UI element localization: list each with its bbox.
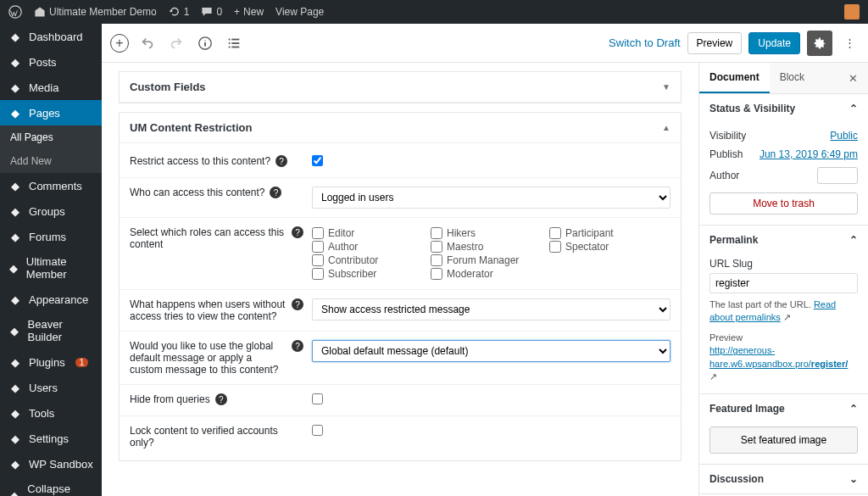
info-button[interactable]	[195, 33, 215, 53]
plugin-icon: ◆	[8, 355, 22, 369]
external-link-icon: ↗	[783, 312, 791, 322]
sidebar-item-media[interactable]: ◆Media	[0, 75, 102, 100]
lock-verified-checkbox[interactable]	[312, 425, 323, 436]
sidebar-item-wp-sandbox[interactable]: ◆WP Sandbox	[0, 451, 102, 476]
admin-sidebar: ◆Dashboard◆Posts◆Media◆PagesAll PagesAdd…	[0, 24, 102, 496]
help-icon[interactable]: ?	[275, 155, 287, 167]
role-checkbox-spectator[interactable]: Spectator	[549, 240, 651, 254]
featured-image-toggle[interactable]: Featured Image⌃	[699, 394, 868, 423]
restrict-access-checkbox[interactable]	[312, 155, 323, 166]
sidebar-sub-add-new[interactable]: Add New	[0, 149, 102, 173]
forums-icon: ◆	[8, 230, 22, 243]
sandbox-icon: ◆	[8, 457, 22, 471]
custom-fields-toggle[interactable]: Custom Fields▼	[120, 72, 681, 103]
chevron-down-icon: ▼	[662, 82, 670, 92]
custom-fields-panel: Custom Fields▼	[119, 71, 682, 103]
help-icon[interactable]: ?	[270, 187, 281, 198]
collapse-icon: ◆	[8, 488, 20, 496]
role-checkbox-contributor[interactable]: Contributor	[312, 254, 414, 267]
sidebar-item-beaver-builder[interactable]: ◆Beaver Builder	[0, 312, 102, 349]
role-checkbox-maestro[interactable]: Maestro	[431, 240, 532, 254]
editor-toolbar: + Switch to Draft Preview Update ⋮	[102, 24, 868, 63]
hide-from-queries-checkbox[interactable]	[312, 393, 323, 404]
role-checkbox-moderator[interactable]: Moderator	[431, 267, 532, 281]
discussion-toggle[interactable]: Discussion⌄	[699, 465, 868, 493]
role-checkbox-hikers[interactable]: Hikers	[431, 226, 532, 240]
sidebar-item-comments[interactable]: ◆Comments	[0, 173, 102, 198]
chevron-down-icon: ⌄	[849, 473, 858, 485]
permalink-preview-link[interactable]: http://generous-hare.w6.wpsandbox.pro/re…	[709, 345, 848, 368]
wp-logo-icon[interactable]	[8, 5, 22, 19]
visibility-link[interactable]: Public	[830, 130, 858, 142]
sidebar-item-users[interactable]: ◆Users	[0, 375, 102, 400]
permalink-toggle[interactable]: Permalink⌃	[699, 226, 868, 254]
set-featured-image-button[interactable]: Set featured image	[709, 426, 858, 454]
sidebar-item-settings[interactable]: ◆Settings	[0, 426, 102, 451]
role-checkbox-editor[interactable]: Editor	[312, 226, 414, 240]
help-icon[interactable]: ?	[215, 393, 227, 405]
user-avatar[interactable]	[844, 4, 860, 20]
sidebar-item-tools[interactable]: ◆Tools	[0, 400, 102, 426]
sidebar-item-ultimate-member[interactable]: ◆Ultimate Member	[0, 249, 102, 287]
document-tab[interactable]: Document	[699, 63, 770, 93]
no-access-action-select[interactable]: Show access restricted message	[312, 298, 670, 320]
svg-rect-5	[231, 42, 239, 44]
settings-gear-button[interactable]	[807, 31, 832, 56]
preview-button[interactable]: Preview	[687, 32, 743, 54]
svg-rect-3	[231, 38, 239, 40]
help-icon[interactable]: ?	[292, 298, 303, 310]
outline-button[interactable]	[224, 33, 244, 53]
sidebar-item-collapse-menu[interactable]: ◆Collapse menu	[0, 476, 102, 496]
pin-icon: ◆	[8, 55, 22, 69]
block-tab[interactable]: Block	[770, 63, 815, 93]
new-content-link[interactable]: + New	[234, 6, 264, 18]
update-button[interactable]: Update	[748, 32, 800, 54]
comments-link[interactable]: 0	[201, 6, 222, 18]
chevron-up-icon: ▲	[662, 123, 670, 132]
external-link-icon: ↗	[709, 371, 717, 382]
author-select[interactable]	[817, 167, 858, 184]
sidebar-item-appearance[interactable]: ◆Appearance	[0, 287, 102, 312]
refresh-link[interactable]: 1	[169, 6, 190, 18]
role-checkbox-participant[interactable]: Participant	[549, 226, 651, 240]
sidebar-item-posts[interactable]: ◆Posts	[0, 49, 102, 75]
settings-icon: ◆	[8, 432, 22, 445]
move-to-trash-button[interactable]: Move to trash	[709, 192, 858, 215]
page-icon: ◆	[8, 106, 22, 120]
help-icon[interactable]: ?	[292, 340, 303, 352]
sidebar-sub-all-pages[interactable]: All Pages	[0, 125, 102, 149]
um-content-restriction-panel: UM Content Restriction▲ Restrict access …	[119, 112, 682, 461]
more-menu-button[interactable]: ⋮	[839, 33, 860, 53]
comment-icon: ◆	[8, 179, 22, 192]
role-checkbox-subscriber[interactable]: Subscriber	[312, 267, 414, 281]
role-checkbox-forum-manager[interactable]: Forum Manager	[431, 254, 532, 267]
chevron-up-icon: ⌃	[849, 103, 858, 114]
site-name-link[interactable]: Ultimate Member Demo	[34, 6, 157, 18]
groups-icon: ◆	[8, 204, 22, 218]
url-slug-input[interactable]	[709, 273, 858, 293]
sidebar-item-plugins[interactable]: ◆Plugins1	[0, 349, 102, 375]
help-icon[interactable]: ?	[292, 226, 303, 238]
undo-button[interactable]	[137, 33, 158, 53]
inspector-sidebar: Document Block ✕ Status & Visibility⌃ Vi…	[698, 63, 868, 496]
role-checkbox-author[interactable]: Author	[312, 240, 414, 254]
svg-rect-4	[229, 42, 231, 44]
publish-date-link[interactable]: Jun 13, 2019 6:49 pm	[760, 148, 858, 160]
sidebar-item-pages[interactable]: ◆Pages	[0, 100, 102, 125]
chevron-up-icon: ⌃	[849, 403, 858, 415]
status-visibility-toggle[interactable]: Status & Visibility⌃	[699, 94, 868, 123]
redo-button[interactable]	[166, 33, 186, 53]
add-block-button[interactable]: +	[110, 34, 129, 53]
sidebar-item-dashboard[interactable]: ◆Dashboard	[0, 24, 102, 49]
um-icon: ◆	[8, 261, 19, 275]
um-restriction-toggle[interactable]: UM Content Restriction▲	[120, 113, 681, 143]
who-can-access-select[interactable]: Logged in users	[312, 187, 670, 209]
admin-bar: Ultimate Member Demo 1 0 + New View Page	[0, 0, 868, 24]
close-inspector-button[interactable]: ✕	[838, 65, 868, 92]
switch-to-draft-link[interactable]: Switch to Draft	[609, 36, 681, 49]
view-page-link[interactable]: View Page	[275, 6, 324, 18]
message-type-select[interactable]: Global default message (default)	[312, 340, 670, 362]
sidebar-item-groups[interactable]: ◆Groups	[0, 198, 102, 224]
editor-area: Custom Fields▼ UM Content Restriction▲ R…	[102, 63, 698, 496]
sidebar-item-forums[interactable]: ◆Forums	[0, 224, 102, 249]
